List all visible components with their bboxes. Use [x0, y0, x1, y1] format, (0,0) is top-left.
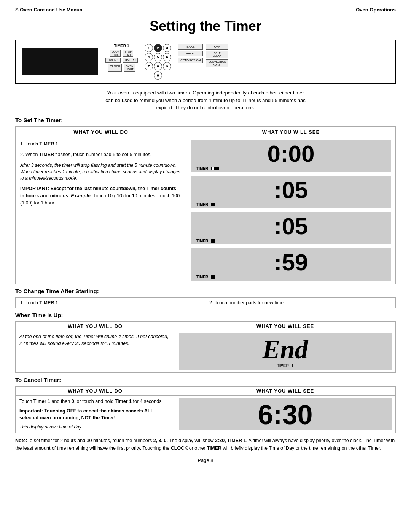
- note-plain: To set timer for 2 hours and 30 minutes,…: [27, 438, 153, 443]
- right-col-1: BAKE BROIL CONVECTION: [178, 44, 203, 67]
- end-timer-number: 1: [292, 364, 294, 368]
- timer-label-area: TIMER 1 COOKTIME STOPTIME TIMER 1 TIMER …: [105, 44, 138, 72]
- numpad-5[interactable]: 5: [154, 53, 162, 61]
- intro-line2: can be used to remind you when a period …: [105, 97, 305, 103]
- set-timer-heading: To Set The Timer:: [15, 117, 396, 123]
- oven-display-screen: [22, 48, 98, 75]
- cancel-timer-heading: To Cancel Timer:: [15, 377, 396, 383]
- timer-sq-1a: [211, 167, 215, 170]
- change-time-col1: 1. Touch TIMER 1: [20, 300, 202, 305]
- display-digits-2: :05: [196, 178, 386, 202]
- numpad-3[interactable]: 3: [163, 44, 171, 52]
- when-col-see-body: End TIMER 1: [175, 331, 395, 372]
- note-plain4: or other: [188, 446, 207, 451]
- page-wrapper: S Oven Care and Use Manual Oven Operatio…: [0, 0, 411, 532]
- col-do-header-text: WHAT YOU WILL DO: [20, 129, 182, 135]
- when-col-do-header-text: WHAT YOU WILL DO: [19, 323, 171, 329]
- numpad-8[interactable]: 8: [154, 62, 162, 70]
- numpad-9[interactable]: 9: [163, 62, 171, 70]
- timer-sq-3a: [211, 239, 215, 243]
- display-timer-label-2: TIMER: [196, 203, 386, 207]
- timer-indicator-1: [211, 167, 219, 170]
- intro-text: Your oven is equipped with two timers. O…: [15, 89, 396, 112]
- col-do-body: 1. Touch TIMER 1 2. When TIMER flashes, …: [16, 137, 186, 284]
- bake-btn[interactable]: BAKE: [178, 44, 203, 50]
- cancel-col-see-header-text: WHAT YOU WILL SEE: [179, 388, 392, 394]
- oven-light-btn[interactable]: OVENLIGHT: [124, 64, 135, 71]
- cancel-important-bold: Important: Touching OFF to cancel the ch…: [19, 408, 153, 420]
- numpad-1[interactable]: 1: [145, 44, 153, 52]
- self-clean-btn[interactable]: SELFCLEAN: [206, 51, 228, 58]
- numpad-6[interactable]: 6: [163, 53, 171, 61]
- cancel-body-see: 6:30: [175, 396, 395, 433]
- note-bold3: 2:30, TIMER 1: [215, 438, 246, 443]
- display-timer-label-1: TIMER: [196, 166, 386, 171]
- intro-line3-plain: expired.: [156, 105, 175, 110]
- cancel-important-para: Important: Touching OFF to cancel the ch…: [19, 408, 171, 421]
- col-see-header-text: WHAT YOU WILL SEE: [191, 129, 391, 135]
- display-digits-1: 0:00: [196, 142, 386, 166]
- change-time-row: 1. Touch TIMER 1 2. Touch number pads fo…: [15, 297, 396, 308]
- step1-para: 1. Touch TIMER 1: [20, 141, 182, 148]
- note-plain2: The display will show: [168, 438, 215, 443]
- numpad-4[interactable]: 4: [145, 53, 153, 61]
- header-left: S Oven Care and Use Manual: [15, 7, 84, 13]
- numpad-row-1: 1 2 3: [145, 44, 171, 52]
- numpad-0[interactable]: 0: [154, 71, 162, 80]
- convection-roast-btn[interactable]: CONVECTIONROAST: [206, 59, 228, 67]
- broil-btn[interactable]: BROIL: [178, 51, 203, 56]
- intro-line1: Your oven is equipped with two timers. O…: [107, 90, 304, 96]
- convection-btn[interactable]: CONVECTION: [178, 58, 203, 63]
- stop-time-btn[interactable]: STOPTIME: [123, 50, 133, 57]
- timer-text-2: TIMER: [196, 203, 208, 207]
- important-block: IMPORTANT: Except for the last minute co…: [20, 185, 182, 206]
- display-panel-2: :05 TIMER: [191, 176, 391, 208]
- display-panel-1: 0:00 TIMER: [191, 140, 391, 172]
- cancel-col-do-header-text: WHAT YOU WILL DO: [19, 388, 171, 394]
- right-col-2: OFF SELFCLEAN CONVECTIONROAST: [206, 44, 228, 67]
- change-step1-bold: TIMER 1: [40, 300, 58, 305]
- bottom-note: Note:To set timer for 2 hours and 30 min…: [15, 437, 396, 452]
- end-display: End TIMER 1: [179, 333, 392, 370]
- when-time-up-table: WHAT YOU WILL DO WHAT YOU WILL SEE At th…: [15, 321, 396, 373]
- page-header: S Oven Care and Use Manual Oven Operatio…: [15, 7, 396, 14]
- timer-indicator-3: [211, 239, 215, 243]
- timer-text-3: TIMER: [196, 239, 208, 243]
- header-right: Oven Operations: [356, 7, 396, 13]
- when-italic-text: At the end of the time set, the Timer wi…: [19, 333, 171, 348]
- intro-line3-underline: They do not control oven operations.: [175, 105, 255, 110]
- clock-oven-row: CLOCK OVENLIGHT: [108, 64, 135, 71]
- time-630-text: 6:30: [184, 401, 386, 428]
- display-digits-3: :05: [196, 214, 386, 238]
- set-timer-table-body: 1. Touch TIMER 1 2. When TIMER flashes, …: [16, 137, 395, 284]
- display-timer-label-3: TIMER: [196, 239, 386, 243]
- cancel-bold1: Timer 1: [33, 399, 50, 404]
- step1-bold: TIMER 1: [40, 141, 58, 147]
- cancel-bold3: Timer 1: [115, 399, 132, 404]
- when-col-do-body: At the end of the time set, the Timer wi…: [16, 331, 175, 372]
- clock-btn[interactable]: CLOCK: [108, 64, 122, 71]
- note-bold: Note:: [15, 438, 27, 443]
- numpad-row-3: 7 8 9: [145, 62, 171, 70]
- when-header-row: WHAT YOU WILL DO WHAT YOU WILL SEE: [16, 322, 395, 331]
- display-timer-label-4: TIMER: [196, 275, 386, 279]
- when-col-see-header-text: WHAT YOU WILL SEE: [179, 323, 392, 329]
- when-body-row: At the end of the time set, the Timer wi…: [16, 331, 395, 372]
- timer1-btn[interactable]: TIMER 1: [105, 58, 121, 63]
- panel-controls: TIMER 1 COOKTIME STOPTIME TIMER 1 TIMER …: [105, 44, 389, 80]
- page-number: Page 8: [15, 457, 396, 463]
- off-btn[interactable]: OFF: [206, 44, 228, 50]
- numpad-7[interactable]: 7: [145, 62, 153, 70]
- timer-indicator-4: [211, 275, 215, 279]
- cancel-body-row: Touch Timer 1 and then 0, or touch and h…: [16, 396, 395, 433]
- when-time-up-heading: When Time Is Up:: [15, 312, 396, 318]
- numpad-2[interactable]: 2: [154, 44, 162, 52]
- numpad-row-2: 4 5 6: [145, 53, 171, 61]
- change-time-col2: 2. Touch number pads for new time.: [209, 300, 391, 305]
- change-step2: 2. Touch number pads for new time.: [209, 300, 285, 305]
- step2-bold: TIMER: [39, 152, 54, 157]
- right-btns: BAKE BROIL CONVECTION OFF SELFCLEAN CONV…: [178, 44, 228, 67]
- step2-para: 2. When TIMER flashes, touch number pad …: [20, 151, 182, 158]
- cook-time-btn[interactable]: COOKTIME: [110, 50, 121, 57]
- timer2-btn[interactable]: TIMER 2: [123, 58, 138, 63]
